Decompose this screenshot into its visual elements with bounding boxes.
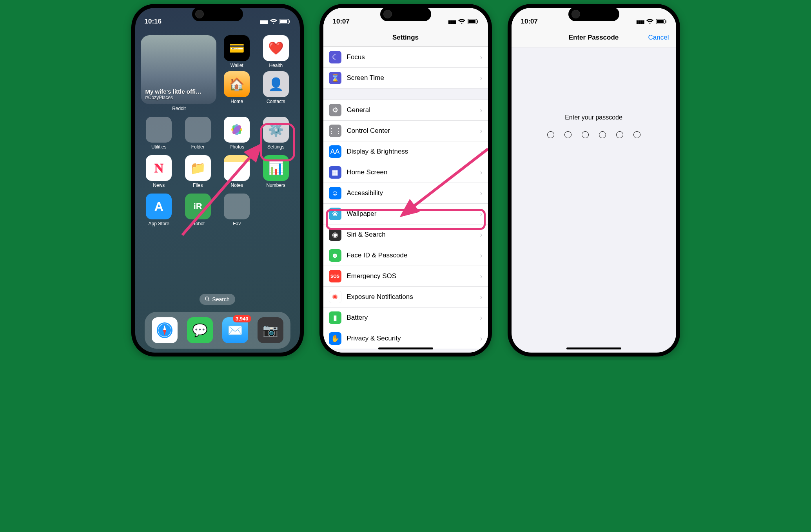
app-news[interactable]: 𝐍 News: [141, 155, 178, 188]
settings-row-emergency-sos[interactable]: SOSEmergency SOS›: [323, 266, 488, 287]
settings-row-face-id-passcode[interactable]: ☻Face ID & Passcode›: [323, 245, 488, 266]
phone-settings: 10:07 Settings ☾Focus›⌛Screen Time› ⚙︎Ge…: [319, 4, 492, 356]
irobot-icon: iR: [185, 194, 211, 219]
news-icon: 𝐍: [146, 155, 172, 181]
passcode-dot: [599, 131, 606, 138]
dock-mail[interactable]: ✉️ 3,940: [222, 317, 248, 343]
settings-row-display-brightness[interactable]: AADisplay & Brightness›: [323, 141, 488, 162]
settings-row-home-screen[interactable]: ▦Home Screen›: [323, 162, 488, 183]
row-label: Accessibility: [347, 189, 383, 197]
emergency-sos-icon: SOS: [329, 270, 341, 282]
chevron-right-icon: ›: [480, 106, 483, 114]
passcode-dot: [582, 131, 589, 138]
chevron-right-icon: ›: [480, 252, 483, 260]
passcode-dots: [547, 131, 640, 138]
chevron-right-icon: ›: [480, 189, 483, 197]
row-label: Control Center: [347, 127, 390, 135]
svg-rect-23: [666, 20, 666, 23]
settings-row-general[interactable]: ⚙︎General›: [323, 100, 488, 121]
app-home[interactable]: 🏠 Home: [219, 71, 256, 104]
dock-messages[interactable]: 💬: [187, 317, 213, 343]
row-label: Focus: [347, 53, 365, 61]
wallpaper-icon: ❀: [329, 208, 341, 220]
status-time: 10:07: [333, 18, 350, 25]
app-photos[interactable]: Photos: [219, 117, 256, 150]
settings-row-exposure-notifications[interactable]: ✺Exposure Notifications›: [323, 287, 488, 308]
display-brightness-icon: AA: [329, 145, 341, 158]
app-health[interactable]: ❤️ Health: [258, 35, 294, 68]
row-label: Battery: [347, 314, 368, 322]
photos-icon: [224, 117, 250, 143]
app-files[interactable]: 📁 Files: [180, 155, 216, 188]
wifi-icon: [270, 19, 277, 24]
chevron-right-icon: ›: [480, 335, 483, 343]
settings-row-control-center[interactable]: ⋮⋮Control Center›: [323, 121, 488, 141]
passcode-dot: [564, 131, 572, 138]
contacts-icon: 👤: [263, 71, 289, 97]
face-id-passcode-icon: ☻: [329, 249, 341, 262]
search-icon: [205, 296, 210, 302]
battery-icon: [468, 19, 479, 24]
spotlight-search[interactable]: Search: [200, 294, 235, 305]
chevron-right-icon: ›: [480, 53, 483, 62]
health-icon: ❤️: [263, 35, 289, 61]
dynamic-island: [568, 7, 619, 21]
phone-passcode: 10:07 Enter Passcode Cancel Enter your p…: [508, 4, 680, 356]
app-appstore[interactable]: A App Store: [141, 194, 178, 226]
chevron-right-icon: ›: [480, 314, 483, 322]
row-label: Exposure Notifications: [347, 293, 413, 301]
widget-label: Reddit: [141, 106, 218, 111]
chevron-right-icon: ›: [480, 74, 483, 82]
home-indicator[interactable]: [566, 347, 621, 349]
settings-row-siri-search[interactable]: ◉Siri & Search›: [323, 224, 488, 245]
settings-row-battery[interactable]: ▮Battery›: [323, 308, 488, 328]
control-center-icon: ⋮⋮: [329, 125, 341, 137]
home-row3: Utilities Folder Photos ⚙️ Settings: [141, 117, 294, 150]
app-contacts[interactable]: 👤 Contacts: [258, 71, 294, 104]
exposure-notifications-icon: ✺: [329, 291, 341, 303]
folder-icon: [146, 117, 172, 143]
chevron-right-icon: ›: [480, 168, 483, 177]
home-icon-grid: My wife's little offi… r/CozyPlaces 💳 Wa…: [141, 35, 294, 104]
svg-line-10: [208, 300, 209, 301]
passcode-dot: [616, 131, 623, 138]
app-notes[interactable]: Notes: [219, 155, 256, 188]
settings-row-accessibility[interactable]: ☺Accessibility›: [323, 183, 488, 204]
row-label: Emergency SOS: [347, 272, 397, 280]
app-settings[interactable]: ⚙️ Settings: [258, 117, 294, 150]
chevron-right-icon: ›: [480, 210, 483, 218]
passcode-title: Enter Passcode: [569, 34, 619, 42]
row-label: Screen Time: [347, 74, 384, 82]
passcode-dot: [633, 131, 640, 138]
cancel-button[interactable]: Cancel: [648, 34, 669, 42]
row-label: Home Screen: [347, 168, 388, 176]
app-numbers[interactable]: 📊 Numbers: [258, 155, 294, 188]
battery-icon: ▮: [329, 311, 341, 324]
svg-rect-2: [289, 20, 290, 23]
settings-group-1: ☾Focus›⌛Screen Time›: [323, 47, 488, 89]
svg-point-9: [205, 297, 209, 300]
battery-icon: [279, 19, 290, 24]
settings-row-wallpaper[interactable]: ❀Wallpaper›: [323, 204, 488, 224]
app-wallet[interactable]: 💳 Wallet: [219, 35, 256, 68]
svg-rect-18: [468, 20, 475, 23]
app-irobot[interactable]: iR iRobot: [180, 194, 216, 226]
home-screen-icon: ▦: [329, 166, 341, 179]
files-icon: 📁: [185, 155, 211, 181]
dock-safari[interactable]: [152, 317, 178, 343]
dock-camera[interactable]: 📷: [258, 317, 283, 343]
chevron-right-icon: ›: [480, 272, 483, 280]
row-label: Privacy & Security: [347, 335, 401, 342]
reddit-widget[interactable]: My wife's little offi… r/CozyPlaces: [141, 35, 216, 104]
notes-icon: [224, 155, 250, 181]
wifi-icon: [646, 19, 653, 24]
row-label: Face ID & Passcode: [347, 252, 408, 259]
home-indicator[interactable]: [378, 347, 433, 349]
general-icon: ⚙︎: [329, 104, 341, 116]
folder-generic[interactable]: Folder: [180, 117, 216, 150]
folder-fav[interactable]: Fav: [219, 194, 256, 226]
settings-row-focus[interactable]: ☾Focus›: [323, 47, 488, 68]
settings-row-privacy-security[interactable]: ✋Privacy & Security›: [323, 328, 488, 349]
folder-utilities[interactable]: Utilities: [141, 117, 178, 150]
settings-row-screen-time[interactable]: ⌛Screen Time›: [323, 68, 488, 88]
